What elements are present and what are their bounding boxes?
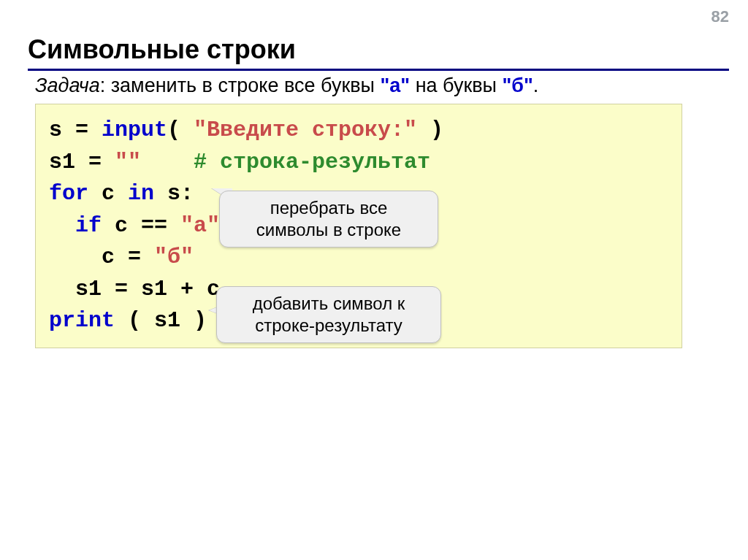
title-underline (28, 69, 729, 71)
letter-a: "а" (381, 74, 411, 96)
code-string: "Введите строку:" (194, 118, 417, 142)
code-token: ) (417, 118, 443, 142)
code-comment: # строка-результат (194, 150, 430, 174)
callout-line: строке-результату (230, 315, 427, 337)
page-number: 82 (711, 7, 729, 26)
code-token: c == (102, 213, 180, 238)
problem-statement: Задача: заменить в строке все буквы "а" … (35, 74, 538, 97)
problem-text: : заменить в строке все буквы (100, 74, 381, 96)
code-pad (49, 213, 75, 238)
code-for-kw: for (49, 181, 88, 206)
code-string: "" (115, 150, 141, 174)
code-input-kw: input (102, 118, 167, 142)
callout-append: добавить символ к строке-результату (216, 286, 441, 343)
callout-line: добавить символ к (230, 293, 427, 315)
code-token: ( s1 ) (115, 308, 207, 333)
code-line-1: s = input( "Введите строку:" ) (49, 115, 668, 147)
code-token: s = (49, 118, 102, 142)
code-token: s1 = s1 + c (75, 277, 220, 302)
problem-between: на буквы (410, 74, 502, 96)
code-print-kw: print (49, 308, 115, 333)
code-pad (49, 277, 75, 302)
code-string: "а" (180, 213, 220, 238)
code-token: c (88, 181, 128, 206)
code-token: c = (102, 245, 154, 269)
code-pad (49, 245, 102, 269)
code-token: ( (167, 118, 194, 142)
code-if-kw: if (75, 213, 102, 238)
code-string: "б" (154, 245, 194, 269)
code-line-2: s1 = "" # строка-результат (49, 147, 668, 179)
code-token: s: (154, 181, 194, 206)
letter-b: "б" (503, 74, 533, 96)
code-token: s1 = (49, 150, 115, 174)
code-in-kw: in (128, 181, 154, 206)
page-title: Символьные строки (28, 34, 296, 65)
code-pad (141, 150, 194, 174)
problem-after: . (533, 74, 539, 96)
callout-iterate: перебрать все символы в строке (219, 191, 438, 248)
callout-line: перебрать все (233, 197, 424, 219)
problem-label: Задача (35, 74, 100, 96)
callout-line: символы в строке (233, 219, 424, 241)
